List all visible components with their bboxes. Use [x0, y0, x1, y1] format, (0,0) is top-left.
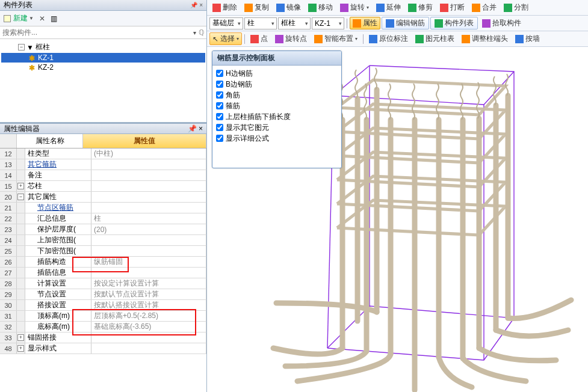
copy-button[interactable]: 复制 — [241, 1, 272, 14]
expander-icon[interactable]: + — [17, 345, 24, 352]
expander-icon[interactable]: + — [17, 334, 24, 341]
property-value[interactable] — [91, 170, 206, 180]
rebar-display-option[interactable]: 角筋 — [216, 90, 338, 100]
smart-place-button[interactable]: 智能布置▾ — [311, 32, 361, 45]
extend-button[interactable]: 延伸 — [373, 1, 404, 14]
property-value[interactable] — [91, 246, 206, 256]
component-combo[interactable]: KZ-1 — [312, 17, 344, 29]
rebar-display-option[interactable]: B边钢筋 — [216, 79, 338, 90]
delete-tree-item-button[interactable]: ✕ — [37, 14, 47, 23]
property-row[interactable]: 48+显示样式 — [0, 343, 206, 354]
property-value[interactable]: 柱 — [91, 213, 206, 224]
property-value[interactable] — [91, 181, 206, 191]
viewport-3d[interactable]: 钢筋显示控制面板 H边钢筋B边钢筋角筋箍筋上层柱插筋下插长度显示其它图元显示详细… — [207, 47, 588, 392]
rebar-display-panel[interactable]: 钢筋显示控制面板 H边钢筋B边钢筋角筋箍筋上层柱插筋下插长度显示其它图元显示详细… — [212, 51, 342, 168]
property-row[interactable]: 23保护层厚度((20) — [0, 224, 206, 235]
property-value[interactable] — [91, 235, 206, 245]
property-value[interactable] — [91, 268, 206, 278]
property-value[interactable]: 按默认搭接设置计算 — [91, 300, 206, 310]
checkbox[interactable] — [216, 81, 223, 88]
element-table-button[interactable]: 图元柱表 — [412, 32, 457, 45]
properties-button[interactable]: 属性 — [350, 17, 380, 29]
property-value[interactable]: (20) — [91, 224, 206, 234]
rotate-button[interactable]: 旋转▾ — [337, 1, 372, 14]
property-value[interactable]: 按默认节点设置计算 — [91, 289, 206, 299]
by-wall-button[interactable]: 按墙 — [512, 32, 543, 45]
checkbox[interactable] — [216, 135, 223, 142]
property-row[interactable]: 33+锚固搭接 — [0, 332, 206, 343]
property-value[interactable] — [91, 332, 206, 343]
rebar-display-option[interactable]: 上层柱插筋下插长度 — [216, 111, 338, 122]
rebar-display-option[interactable]: 显示其它图元 — [216, 122, 338, 133]
pick-component-button[interactable]: 拾取构件 — [479, 17, 524, 29]
property-row[interactable]: 25下加密范围( — [0, 246, 206, 257]
property-value[interactable]: 按设定计算设置计算 — [91, 278, 206, 289]
property-value[interactable] — [91, 343, 206, 354]
filter-button[interactable]: ▥ — [51, 14, 57, 23]
search-input[interactable] — [2, 28, 193, 37]
pin-icon[interactable]: 📌 × — [188, 124, 203, 133]
mirror-button[interactable]: 镜像 — [273, 1, 304, 14]
property-row[interactable]: 26插筋构造纵筋锚固 — [0, 257, 206, 268]
tree-item-kz2[interactable]: ✱ KZ-2 — [1, 63, 205, 72]
new-button[interactable]: 新建 ▼ — [4, 13, 34, 23]
merge-button[interactable]: 合并 — [469, 1, 500, 14]
point-button[interactable]: 点 — [247, 32, 271, 45]
property-row[interactable]: 21节点区箍筋 — [0, 203, 206, 213]
delete-button[interactable]: 删除 — [209, 1, 240, 14]
rebar-display-panel-title[interactable]: 钢筋显示控制面板 — [212, 51, 341, 66]
expander-icon[interactable]: − — [17, 194, 24, 200]
property-row[interactable]: 28计算设置按设定计算设置计算 — [0, 278, 206, 289]
split-button[interactable]: 分割 — [501, 1, 531, 14]
search-dropdown-icon[interactable]: ▾ — [193, 29, 196, 36]
expander-icon[interactable]: − — [18, 44, 25, 51]
property-value[interactable]: 基础底标高(-3.65) — [91, 322, 206, 332]
trim-button[interactable]: 修剪 — [405, 1, 436, 14]
checkbox[interactable] — [216, 70, 223, 77]
property-row[interactable]: 12柱类型(中柱) — [0, 149, 206, 159]
property-row[interactable]: 22汇总信息柱 — [0, 213, 206, 224]
category-combo[interactable]: 柱 — [244, 17, 277, 29]
adjust-head-button[interactable]: 调整柱端头 — [459, 32, 511, 45]
break-button[interactable]: 打断 — [437, 1, 468, 14]
rebar-display-option[interactable]: H边钢筋 — [216, 68, 338, 79]
property-header-value[interactable]: 属性值 — [83, 134, 206, 148]
property-value[interactable] — [91, 203, 206, 213]
property-row[interactable]: 30搭接设置按默认搭接设置计算 — [0, 300, 206, 311]
expand-cell[interactable]: + — [17, 181, 25, 191]
expand-cell[interactable]: − — [17, 192, 25, 202]
property-row[interactable]: 32底标高(m)基础底标高(-3.65) — [0, 322, 206, 332]
select-button[interactable]: ↖选择▾ — [209, 32, 242, 45]
component-list-button[interactable]: 构件列表 — [430, 17, 478, 29]
property-row[interactable]: 13其它箍筋 — [0, 159, 206, 170]
rebar-display-option[interactable]: 显示详细公式 — [216, 133, 338, 144]
orig-mark-button[interactable]: 原位标注 — [366, 32, 411, 45]
expand-cell[interactable]: + — [17, 343, 25, 354]
property-row[interactable]: 27插筋信息 — [0, 268, 206, 278]
move-button[interactable]: 移动 — [305, 1, 336, 14]
checkbox[interactable] — [216, 102, 223, 109]
checkbox[interactable] — [216, 113, 223, 120]
checkbox[interactable] — [216, 124, 223, 131]
floor-combo[interactable]: 基础层 — [209, 17, 243, 29]
pin-icon[interactable]: 📌 × — [190, 2, 203, 8]
property-row[interactable]: 20−其它属性 — [0, 192, 206, 203]
rotate-point-button[interactable]: 旋转点 — [272, 32, 310, 45]
type-combo[interactable]: 框柱 — [278, 17, 311, 29]
search-go-icon[interactable]: ℚ — [199, 28, 204, 37]
expander-icon[interactable]: + — [17, 183, 24, 189]
edit-rebar-button[interactable]: 编辑钢筋 — [382, 17, 429, 29]
property-value[interactable] — [91, 159, 206, 170]
property-value[interactable] — [91, 192, 206, 202]
property-value[interactable]: 纵筋锚固 — [91, 257, 206, 267]
property-row[interactable]: 31顶标高(m)层顶标高+0.5(-2.85) — [0, 311, 206, 322]
property-row[interactable]: 24上加密范围( — [0, 235, 206, 246]
expand-cell[interactable]: + — [17, 332, 25, 343]
tree-item-kz1[interactable]: ✱ KZ-1 — [1, 53, 205, 63]
rebar-display-option[interactable]: 箍筋 — [216, 100, 338, 111]
property-row[interactable]: 15+芯柱 — [0, 181, 206, 192]
tree-root-row[interactable]: − ▼ 框柱 — [1, 41, 205, 53]
property-value[interactable]: 层顶标高+0.5(-2.85) — [91, 311, 206, 321]
checkbox[interactable] — [216, 91, 223, 99]
property-row[interactable]: 14备注 — [0, 170, 206, 181]
